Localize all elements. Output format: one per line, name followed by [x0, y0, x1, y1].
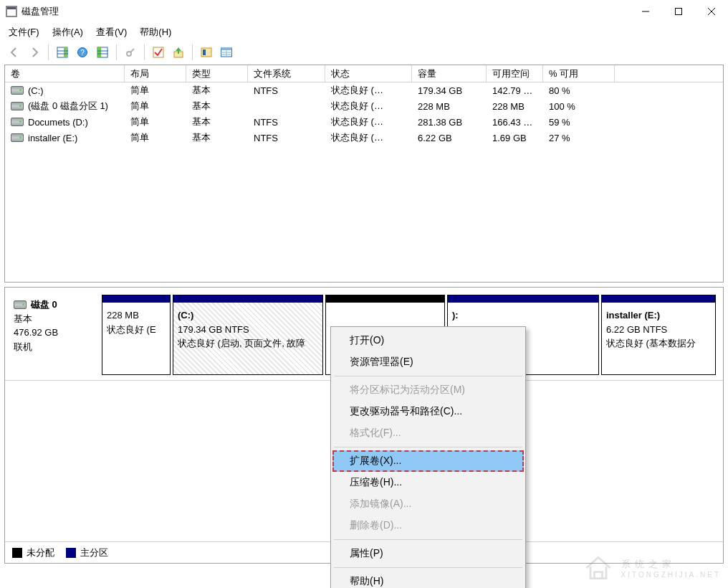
- cell-type: 基本: [186, 82, 248, 98]
- cell-layout: 简单: [125, 114, 186, 130]
- partition-header: [448, 295, 598, 303]
- table-row[interactable]: (磁盘 0 磁盘分区 1) 简单 基本 状态良好 (… 228 MB 228 M…: [5, 98, 723, 114]
- cell-cap: 6.22 GB: [412, 131, 487, 145]
- col-layout[interactable]: 布局: [125, 65, 186, 82]
- table-row[interactable]: Documets (D:) 简单 基本 NTFS 状态良好 (… 281.38 …: [5, 114, 723, 130]
- partition-title: ):: [452, 308, 594, 323]
- toolbar-separator: [116, 44, 117, 60]
- cell-fs: NTFS: [248, 84, 325, 98]
- details-button[interactable]: [218, 44, 235, 61]
- close-button[interactable]: [695, 1, 728, 22]
- ctx-properties[interactable]: 属性(P): [332, 543, 524, 564]
- partition-header: [173, 295, 322, 303]
- ctx-open[interactable]: 打开(O): [332, 330, 524, 351]
- refresh-button[interactable]: [94, 44, 111, 61]
- partition-size: 6.22 GB NTFS: [606, 323, 711, 337]
- menu-help[interactable]: 帮助(H): [140, 26, 171, 39]
- svg-text:?: ?: [80, 49, 85, 57]
- cell-status: 状态良好 (…: [325, 114, 412, 130]
- cell-volume: (C:): [28, 85, 44, 96]
- svg-rect-13: [221, 48, 232, 50]
- toolbar: ?: [0, 42, 728, 65]
- disk-label: 磁盘 0: [31, 298, 57, 312]
- cell-layout: 简单: [125, 98, 186, 114]
- back-button: [6, 44, 23, 61]
- cell-fs: NTFS: [248, 131, 325, 145]
- col-free[interactable]: 可用空间: [487, 65, 543, 82]
- help-button[interactable]: ?: [74, 44, 91, 61]
- house-icon: [583, 552, 614, 584]
- drive-icon: [11, 86, 24, 95]
- svg-rect-6: [97, 47, 101, 57]
- ctx-mark-active: 将分区标记为活动分区(M): [332, 379, 524, 401]
- cell-fs: [248, 105, 325, 108]
- col-capacity[interactable]: 容量: [412, 65, 487, 82]
- toolbar-separator: [192, 44, 193, 60]
- menu-file[interactable]: 文件(F): [9, 26, 39, 39]
- disk-info[interactable]: 磁盘 0 基本 476.92 GB 联机: [12, 295, 102, 380]
- cell-free: 1.69 GB: [487, 131, 543, 145]
- col-filesystem[interactable]: 文件系统: [248, 65, 325, 82]
- cell-type: 基本: [186, 130, 248, 146]
- ctx-help[interactable]: 帮助(H): [332, 571, 524, 588]
- svg-rect-2: [64, 47, 67, 57]
- cell-cap: 179.34 GB: [412, 84, 487, 98]
- window-title: 磁盘管理: [21, 5, 629, 18]
- legend-swatch-primary: [66, 548, 76, 558]
- partition-status: 状态良好 (启动, 页面文件, 故障: [178, 336, 318, 351]
- ctx-explorer[interactable]: 资源管理器(E): [332, 351, 524, 373]
- maximize-button[interactable]: [662, 1, 695, 22]
- ctx-format: 格式化(F)...: [332, 422, 524, 444]
- disk-icon: [14, 300, 27, 309]
- minimize-button[interactable]: [629, 1, 662, 22]
- legend-primary: 主分区: [80, 547, 108, 558]
- menu-view[interactable]: 查看(V): [96, 26, 127, 39]
- watermark: 系统之家 XITONGZHIJIA.NET: [583, 552, 722, 584]
- check-button[interactable]: [150, 44, 167, 61]
- table-body: (C:) 简单 基本 NTFS 状态良好 (… 179.34 GB 142.79…: [5, 82, 723, 146]
- partition-title: (C:): [178, 308, 318, 323]
- cell-status: 状态良好 (…: [325, 98, 412, 114]
- cell-type: 基本: [186, 98, 248, 114]
- view-list-button[interactable]: [54, 44, 71, 61]
- settings-button[interactable]: [198, 44, 215, 61]
- col-percent[interactable]: % 可用: [543, 65, 615, 82]
- cell-cap: 281.38 GB: [412, 115, 487, 129]
- partition[interactable]: installer (E:)6.22 GB NTFS状态良好 (基本数据分: [601, 295, 716, 375]
- disk-type: 基本: [14, 312, 97, 326]
- svg-rect-0: [676, 9, 682, 15]
- disk-state: 联机: [14, 340, 97, 354]
- ctx-shrink-volume[interactable]: 压缩卷(H)...: [332, 472, 524, 493]
- watermark-main: 系统之家: [621, 558, 722, 571]
- partition[interactable]: 228 MB状态良好 (E: [102, 295, 171, 375]
- menu-bar: 文件(F) 操作(A) 查看(V) 帮助(H): [0, 23, 728, 42]
- ctx-delete-volume: 删除卷(D)...: [332, 515, 524, 536]
- cell-pct: 27 %: [543, 131, 615, 145]
- ctx-separator: [334, 447, 522, 447]
- title-bar: 磁盘管理: [0, 0, 728, 23]
- col-type[interactable]: 类型: [186, 65, 248, 82]
- cell-fs: NTFS: [248, 115, 325, 129]
- col-status[interactable]: 状态: [325, 65, 412, 82]
- cell-volume: (磁盘 0 磁盘分区 1): [28, 100, 108, 113]
- ctx-separator: [334, 567, 522, 568]
- cell-status: 状态良好 (…: [325, 82, 412, 98]
- ctx-separator: [334, 539, 522, 540]
- cell-free: 166.43 …: [487, 115, 543, 129]
- app-icon: [6, 6, 17, 17]
- ctx-extend-volume[interactable]: 扩展卷(X)...: [332, 450, 524, 472]
- legend-unallocated: 未分配: [27, 547, 54, 558]
- up-button[interactable]: [170, 44, 187, 61]
- cell-cap: 228 MB: [412, 100, 487, 113]
- ctx-change-letter[interactable]: 更改驱动器号和路径(C)...: [332, 401, 524, 422]
- col-volume[interactable]: 卷: [5, 65, 125, 82]
- table-row[interactable]: installer (E:) 简单 基本 NTFS 状态良好 (… 6.22 G…: [5, 130, 723, 146]
- menu-action[interactable]: 操作(A): [52, 26, 83, 39]
- partition-selected[interactable]: (C:)179.34 GB NTFS状态良好 (启动, 页面文件, 故障: [173, 295, 323, 375]
- watermark-sub: XITONGZHIJIA.NET: [621, 571, 722, 579]
- table-row[interactable]: (C:) 简单 基本 NTFS 状态良好 (… 179.34 GB 142.79…: [5, 82, 723, 98]
- partition-title: installer (E:): [606, 308, 711, 323]
- disk-size: 476.92 GB: [14, 326, 97, 340]
- partition-header: [326, 295, 444, 303]
- cell-free: 228 MB: [487, 100, 543, 113]
